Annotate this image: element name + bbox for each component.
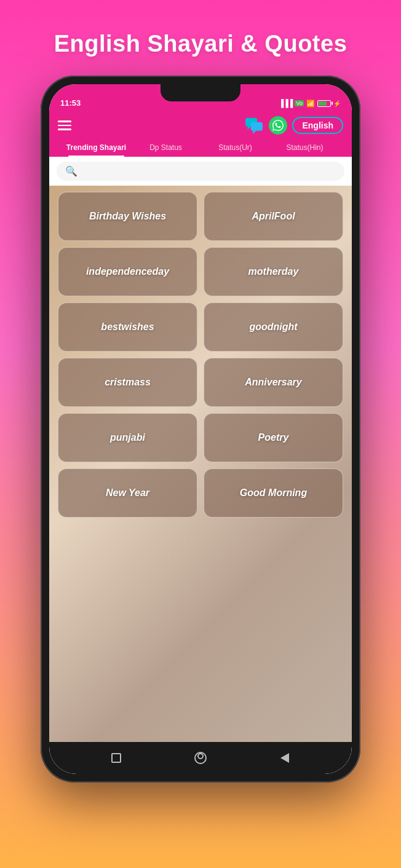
content-area: Birthday Wishes AprilFool independenceda… — [49, 186, 352, 742]
search-bar: 🔍 — [49, 157, 352, 186]
category-birthday-wishes[interactable]: Birthday Wishes — [58, 192, 197, 241]
category-good-night[interactable]: goodnight — [204, 302, 343, 352]
category-independence-day[interactable]: independenceday — [58, 247, 197, 296]
nav-back-button[interactable] — [277, 751, 292, 765]
status-icons: ▐▐▐ Vo 📶 ⚡ — [279, 99, 341, 108]
app-title-text: English Shayari & Quotes — [54, 31, 347, 57]
tab-trending-shayari[interactable]: Trending Shayari — [62, 140, 131, 157]
category-new-year[interactable]: New Year — [58, 468, 197, 518]
phone-frame: 11:53 ▐▐▐ Vo 📶 ⚡ — [41, 76, 360, 783]
category-punjabi[interactable]: punjabi — [58, 413, 197, 462]
category-poetry[interactable]: Poetry — [204, 413, 343, 462]
search-input[interactable] — [82, 167, 336, 176]
category-april-fool[interactable]: AprilFool — [204, 192, 343, 241]
wifi-icon: 📶 — [306, 100, 315, 108]
svg-marker-3 — [253, 131, 256, 134]
category-christmas[interactable]: cristmass — [58, 358, 197, 407]
tab-status-hin[interactable]: Status(Hin) — [270, 140, 339, 157]
chat-bubble-icon[interactable] — [244, 117, 264, 134]
language-button[interactable]: English — [292, 117, 343, 134]
category-mother-day[interactable]: motherday — [204, 247, 343, 296]
category-anniversary[interactable]: Anniversary — [204, 358, 343, 407]
notch — [161, 84, 240, 101]
charging-icon: ⚡ — [333, 100, 341, 107]
categories-grid: Birthday Wishes AprilFool independenceda… — [49, 186, 352, 527]
bottom-nav-bar — [49, 742, 352, 774]
category-good-morning[interactable]: Good Morning — [204, 468, 343, 518]
tab-status-ur[interactable]: Status(Ur) — [200, 140, 270, 157]
svg-marker-1 — [248, 127, 251, 130]
category-best-wishes[interactable]: bestwishes — [58, 302, 197, 352]
whatsapp-icon[interactable] — [269, 116, 287, 135]
phone-screen: 11:53 ▐▐▐ Vo 📶 ⚡ — [49, 84, 352, 774]
tabs-row: Trending Shayari Dp Status Status(Ur) St… — [58, 140, 343, 157]
nav-home-button[interactable] — [193, 751, 208, 765]
status-time: 11:53 — [60, 98, 81, 108]
battery-icon — [317, 100, 331, 107]
app-header: English Trending Shayari Dp Status Statu… — [49, 111, 352, 157]
tab-dp-status[interactable]: Dp Status — [131, 140, 200, 157]
hamburger-menu-button[interactable] — [58, 120, 71, 130]
signal-icon: ▐▐▐ — [279, 99, 293, 108]
vo-label: Vo — [295, 100, 304, 106]
search-icon: 🔍 — [65, 165, 77, 177]
svg-rect-2 — [251, 122, 263, 131]
nav-recents-button[interactable] — [109, 751, 124, 765]
